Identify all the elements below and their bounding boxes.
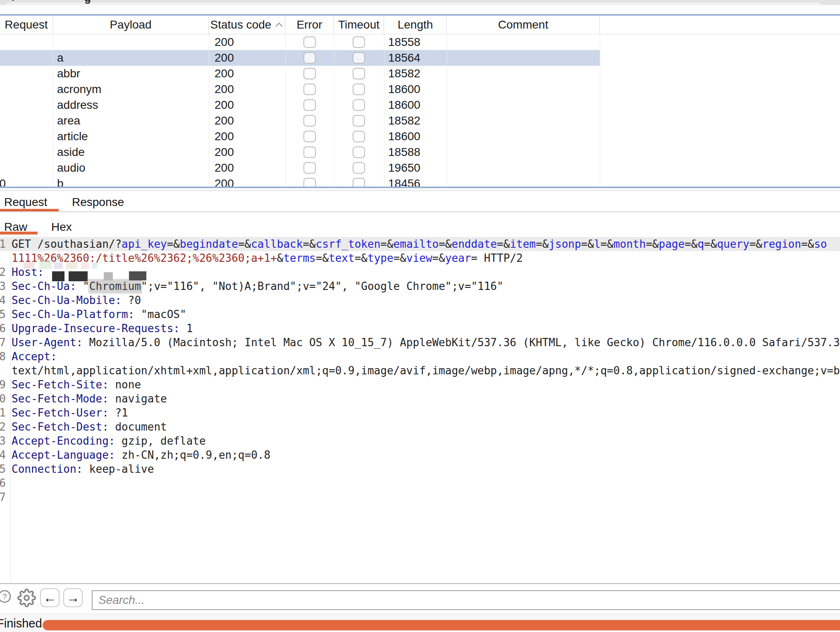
timeout-checkbox[interactable]	[353, 99, 365, 111]
line-number: 7	[0, 335, 6, 350]
result-row[interactable]: aside20018588	[0, 144, 600, 160]
length-cell: 19650	[388, 160, 444, 176]
search-input[interactable]	[92, 590, 840, 610]
tab-response[interactable]: Response	[72, 196, 124, 209]
request-number-cell	[0, 50, 6, 66]
result-row[interactable]: article20018600	[0, 129, 600, 144]
top-gap	[0, 5, 840, 14]
view-tabs: Raw Hex	[0, 219, 840, 235]
result-row[interactable]: audio20019650	[0, 160, 600, 176]
result-row[interactable]: 20018558	[0, 34, 600, 50]
column-label: Comment	[498, 16, 548, 34]
error-checkbox[interactable]	[303, 36, 316, 48]
column-separator	[53, 34, 53, 187]
attack-results-table: Request Payload Status code Error Timeou…	[0, 14, 840, 188]
table-right-edge	[600, 34, 600, 187]
error-checkbox[interactable]	[303, 162, 316, 174]
error-checkbox[interactable]	[303, 146, 316, 158]
length-cell: 18588	[388, 144, 444, 160]
timeout-checkbox[interactable]	[353, 178, 365, 187]
line-number: 3	[0, 279, 6, 293]
length-cell: 18558	[388, 34, 444, 50]
editor-line: 12Sec-Fetch-Dest: document	[0, 420, 840, 434]
comment-cell	[451, 97, 596, 113]
comment-cell	[451, 34, 596, 50]
tab-request[interactable]: Request	[4, 196, 47, 209]
result-row[interactable]: address20018600	[0, 97, 600, 113]
editor-line: 13Accept-Encoding: gzip, deflate	[0, 434, 840, 448]
line-text: Upgrade-Insecure-Requests: 1	[12, 321, 193, 335]
tab-hex[interactable]: Hex	[51, 220, 72, 234]
status-code-cell: 200	[215, 129, 281, 144]
line-number: 6	[0, 321, 6, 335]
result-row[interactable]: acronym20018600	[0, 81, 600, 97]
column-header-status-code[interactable]: Status code	[209, 16, 285, 34]
editor-line: 2Host:	[0, 265, 840, 279]
editor-line: 10Sec-Fetch-Mode: navigate	[0, 392, 840, 406]
editor-line: 4Sec-Ch-Ua-Mobile: ?0	[0, 293, 840, 307]
cropped-glyph: +	[10, 0, 16, 5]
error-checkbox[interactable]	[303, 178, 316, 187]
timeout-checkbox[interactable]	[353, 115, 365, 127]
tabs-divider	[0, 211, 840, 212]
comment-cell	[451, 160, 596, 176]
status-code-cell: 200	[215, 50, 281, 66]
timeout-checkbox[interactable]	[353, 52, 365, 64]
error-checkbox[interactable]	[303, 99, 316, 111]
editor-line: 17	[0, 490, 840, 504]
column-separator	[285, 34, 286, 187]
column-header-error[interactable]: Error	[285, 16, 334, 34]
result-row[interactable]: a20018564	[0, 50, 600, 66]
error-checkbox[interactable]	[303, 68, 316, 79]
censor-block	[66, 262, 78, 269]
column-header-comment[interactable]: Comment	[447, 16, 600, 34]
editor-line: 1GET /southasian/?api_key=&begindate=&ca…	[0, 237, 840, 251]
comment-cell	[451, 66, 596, 81]
length-cell: 18564	[388, 50, 444, 66]
censor-block	[39, 261, 52, 269]
timeout-checkbox[interactable]	[353, 162, 365, 174]
result-row[interactable]: abbr20018582	[0, 66, 600, 81]
help-button[interactable]: ?	[0, 590, 11, 603]
error-checkbox[interactable]	[303, 84, 316, 95]
timeout-checkbox[interactable]	[353, 131, 365, 142]
line-text: User-Agent: Mozilla/5.0 (Macintosh; Inte…	[12, 335, 840, 350]
column-separator	[447, 34, 447, 187]
column-header-payload[interactable]: Payload	[53, 16, 209, 34]
payload-cell: address	[57, 97, 206, 113]
column-label: Timeout	[338, 16, 379, 34]
timeout-checkbox[interactable]	[353, 84, 365, 95]
censor-block	[52, 271, 64, 281]
request-number-cell	[0, 129, 6, 144]
column-header-timeout[interactable]: Timeout	[334, 16, 384, 34]
intruder-attack-window: + g Request Payload Status code Error Ti…	[0, 0, 840, 632]
editor-line: 16	[0, 476, 840, 490]
line-text: Connection: keep-alive	[12, 462, 154, 476]
comment-cell	[451, 129, 596, 144]
settings-button[interactable]	[17, 589, 36, 607]
line-text: text/html,application/xhtml+xml,applicat…	[12, 364, 840, 378]
next-match-button[interactable]: →	[63, 588, 83, 607]
timeout-checkbox[interactable]	[353, 146, 365, 158]
cropped-tab	[4, 2, 823, 5]
status-code-cell: 200	[215, 176, 281, 187]
splitter[interactable]	[0, 190, 840, 191]
result-row[interactable]: 10b20018456	[0, 176, 600, 187]
column-header-length[interactable]: Length	[384, 16, 447, 34]
editor-line: 6Upgrade-Insecure-Requests: 1	[0, 321, 840, 335]
request-lines: 1GET /southasian/?api_key=&begindate=&ca…	[0, 237, 840, 504]
timeout-checkbox[interactable]	[353, 36, 365, 48]
timeout-checkbox[interactable]	[353, 68, 365, 79]
editor-line: 3Sec-Ch-Ua: "Chromium";v="116", "Not)A;B…	[0, 279, 840, 293]
error-checkbox[interactable]	[303, 115, 316, 127]
comment-cell	[451, 176, 596, 187]
status-bar: Finished	[0, 613, 840, 632]
raw-request-editor[interactable]: 1GET /southasian/?api_key=&begindate=&ca…	[0, 235, 840, 583]
line-text: Sec-Ch-Ua-Platform: "macOS"	[12, 307, 186, 321]
previous-match-button[interactable]: ←	[40, 588, 60, 607]
error-checkbox[interactable]	[303, 52, 316, 64]
column-header-request[interactable]: Request	[0, 16, 53, 34]
error-checkbox[interactable]	[303, 131, 316, 142]
result-row[interactable]: area20018582	[0, 113, 600, 129]
active-view-underline	[0, 232, 38, 235]
